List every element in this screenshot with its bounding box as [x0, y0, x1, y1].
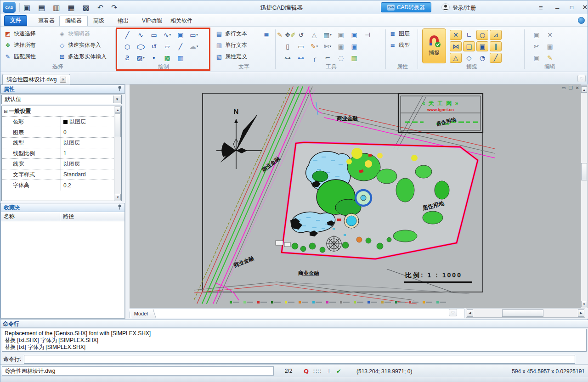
- scroll-down-icon[interactable]: ▼: [115, 194, 121, 200]
- model-tab[interactable]: Model: [129, 309, 156, 318]
- snap-extension-icon[interactable]: ╱: [490, 53, 502, 63]
- rectangle-variant-icon-dropdown[interactable]: ▾: [196, 33, 198, 37]
- rotate-icon[interactable]: ↺: [295, 30, 307, 40]
- paste-icon[interactable]: ▣: [531, 30, 543, 40]
- select-all-button[interactable]: ❖选择所有: [4, 39, 36, 51]
- cad-drawing-area[interactable]: ▭ ❐ ✕: [130, 84, 581, 308]
- mtext-button[interactable]: ▤多行文本: [215, 28, 247, 39]
- favorites-list[interactable]: [0, 221, 125, 319]
- cad-converter-button[interactable]: CAD CAD转换器: [381, 2, 431, 12]
- delete-icon[interactable]: ✕: [544, 30, 556, 40]
- user-avatar-icon[interactable]: [441, 3, 450, 11]
- revision-cloud-icon-dropdown[interactable]: ▾: [197, 45, 198, 48]
- mdi-minimize-icon[interactable]: ▭: [561, 85, 565, 90]
- offset-pen-icon[interactable]: ✎▾: [308, 41, 320, 51]
- snap-perpendicular-icon[interactable]: ∟: [463, 30, 475, 40]
- quick-select-button[interactable]: ◩快速选择: [4, 28, 36, 39]
- favorites-column-path[interactable]: 路径: [60, 212, 125, 221]
- tab-vip[interactable]: VIP功能: [136, 16, 167, 26]
- snap-center-icon[interactable]: ○: [476, 30, 488, 40]
- snap-midpoint-icon[interactable]: ⋈: [450, 41, 462, 51]
- maximize-button[interactable]: □: [570, 0, 573, 14]
- array-icon[interactable]: ▦▾: [322, 30, 334, 40]
- mdi-close-icon[interactable]: ✕: [576, 85, 579, 90]
- dropdown-arrow-icon[interactable]: ▼: [113, 96, 121, 103]
- scroll-right-icon[interactable]: ▶: [578, 309, 584, 317]
- toggle-icon[interactable]: ⊶: [282, 53, 294, 63]
- stretch-icon[interactable]: ▯: [282, 41, 294, 51]
- new-file-icon[interactable]: ▣: [23, 3, 30, 12]
- export-pdf-icon[interactable]: ▦: [68, 3, 74, 12]
- document-tab[interactable]: 综合性园林设计.dwg ✕: [2, 74, 70, 84]
- pin-icon[interactable]: [118, 204, 122, 211]
- snap-intersection-icon[interactable]: ✕: [450, 30, 462, 40]
- rectangle-icon[interactable]: ▭: [148, 30, 160, 40]
- minimize-button[interactable]: –: [555, 0, 559, 14]
- property-row[interactable]: 线宽 以图层: [2, 159, 121, 169]
- group-icon[interactable]: ▣: [335, 30, 347, 40]
- link-icon[interactable]: ▣: [335, 41, 347, 51]
- layers-button[interactable]: ≣图层: [389, 28, 410, 39]
- quick-entity-import-button[interactable]: ◇快速实体导入: [58, 39, 107, 51]
- table-icon[interactable]: ▦: [175, 53, 187, 63]
- copy-group-icon[interactable]: ▣: [348, 30, 360, 40]
- line-icon[interactable]: ╱: [121, 30, 133, 40]
- properties-scrollbar[interactable]: ▲ ▼: [114, 106, 121, 201]
- single-text-button[interactable]: ▥单行文本: [215, 39, 247, 51]
- polygon-entity-input-button[interactable]: ⊞多边形实体输入: [58, 51, 107, 62]
- command-input[interactable]: [24, 355, 575, 364]
- point-icon[interactable]: •: [148, 53, 160, 63]
- snap-tangent-icon[interactable]: ◔: [476, 53, 488, 63]
- snap-parallel-icon[interactable]: ∥: [490, 41, 502, 51]
- grid-status-icon[interactable]: ∷∷: [313, 368, 322, 375]
- ellipse-icon[interactable]: ○: [135, 41, 147, 51]
- scroll-up-icon[interactable]: ▲: [581, 86, 587, 93]
- tab-advanced[interactable]: 高级: [88, 16, 110, 26]
- save-icon[interactable]: ▥: [53, 3, 60, 12]
- snap-node-icon[interactable]: ◇: [463, 53, 475, 63]
- unlink-icon[interactable]: ▣: [348, 41, 360, 51]
- mdi-restore-icon[interactable]: ❐: [569, 85, 573, 90]
- copy-icon[interactable]: ▣: [544, 41, 556, 51]
- scroll-down-icon[interactable]: ▼: [581, 301, 587, 307]
- favorite-icon[interactable]: ♡: [449, 309, 457, 316]
- pen-line-icon[interactable]: ╱: [175, 41, 187, 51]
- edit-block-icon[interactable]: ✎: [544, 53, 556, 63]
- revision-cloud-icon[interactable]: ☁▾: [188, 41, 200, 51]
- scale-icon[interactable]: ▭: [295, 41, 307, 51]
- image-icon[interactable]: ▩: [161, 53, 173, 63]
- circle-ref-icon[interactable]: ◌: [335, 53, 347, 63]
- property-row[interactable]: 图层 0: [2, 127, 121, 138]
- snap-status-icon[interactable]: Q: [304, 368, 309, 375]
- property-row[interactable]: 字体高 0.2: [2, 180, 121, 191]
- match-properties-button[interactable]: ✎匹配属性: [4, 51, 36, 62]
- tab-related[interactable]: 相关软件: [165, 16, 198, 26]
- redo-icon[interactable]: ↷: [111, 3, 117, 12]
- region-icon[interactable]: ▣: [175, 30, 187, 40]
- attribute-define-button[interactable]: ▧属性定义: [215, 51, 247, 62]
- property-row[interactable]: 线型比例 1: [2, 148, 121, 159]
- scrollbar-thumb[interactable]: [502, 309, 543, 317]
- arc-icon[interactable]: ↺: [148, 41, 160, 51]
- document-close-icon[interactable]: ✕: [60, 77, 66, 83]
- property-row[interactable]: 色彩 以图层: [2, 117, 121, 127]
- trim-icon-dropdown[interactable]: ▾: [330, 45, 332, 48]
- pin-icon[interactable]: [118, 86, 122, 93]
- property-row[interactable]: 线型 以图层: [2, 138, 121, 148]
- canvas-vertical-scrollbar[interactable]: ▲ ▼: [581, 85, 588, 308]
- canvas-horizontal-scrollbar[interactable]: ◀ ▶: [466, 309, 585, 318]
- duplicate-icon[interactable]: ▣: [531, 53, 543, 63]
- open-folder-icon[interactable]: ▤: [38, 3, 45, 12]
- spline2-icon[interactable]: Ƨ: [121, 53, 133, 63]
- layer-table-icon[interactable]: ▦: [348, 53, 360, 63]
- circle-icon[interactable]: ○: [121, 41, 133, 51]
- undo-icon[interactable]: ↶: [97, 3, 103, 12]
- block-editor-button[interactable]: ◈块编辑器: [58, 28, 107, 39]
- pin-tool-icon[interactable]: ⊷: [295, 53, 307, 63]
- snap-toggle-button[interactable]: 捕捉: [422, 28, 446, 63]
- chamfer-icon[interactable]: ⌐: [322, 53, 334, 63]
- mirror-icon[interactable]: △: [308, 30, 320, 40]
- snap-endpoint-icon[interactable]: □: [463, 41, 475, 51]
- array-icon-dropdown[interactable]: ▾: [330, 33, 332, 37]
- print-icon[interactable]: ▩: [83, 3, 90, 12]
